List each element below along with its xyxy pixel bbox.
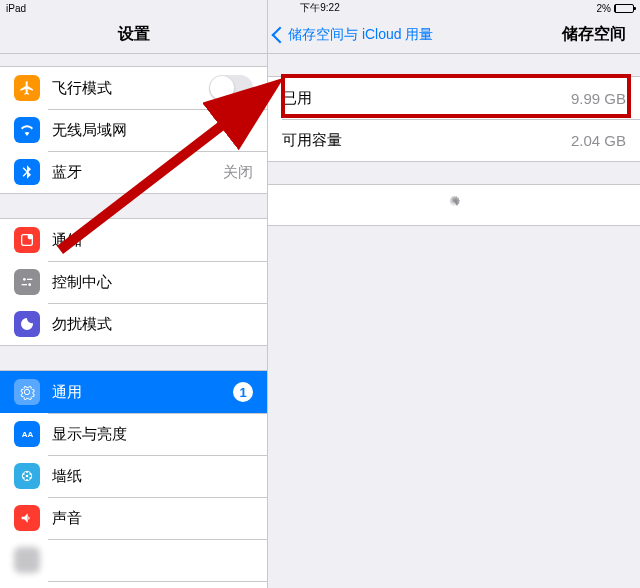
sidebar-item-notif[interactable]: 通知 [0,219,267,261]
sidebar-item-bluetooth[interactable]: 蓝牙关闭 [0,151,267,193]
airplane-toggle[interactable] [209,75,253,101]
sidebar-item-control[interactable]: 控制中心 [0,261,267,303]
detail-title-bar: 储存空间与 iCloud 用量 储存空间 [268,16,640,54]
storage-value: 2.04 GB [571,132,626,149]
bluetooth-icon [14,159,40,185]
svg-point-8 [26,475,29,478]
sidebar-item-label: 通用 [52,383,233,402]
chevron-left-icon [272,26,289,43]
sidebar-title: 设置 [118,24,150,45]
svg-point-10 [29,473,31,475]
sidebar-item-dnd[interactable]: 勿扰模式 [0,303,267,345]
sidebar-item-gear[interactable]: 通用1 [0,371,267,413]
svg-rect-3 [27,279,32,280]
wallpaper-icon [14,463,40,489]
sidebar-item-airplane[interactable]: 飞行模式 [0,67,267,109]
sidebar-item-display[interactable]: AA显示与亮度 [0,413,267,455]
sidebar-item-wallpaper[interactable]: 墙纸 [0,455,267,497]
display-icon: AA [14,421,40,447]
sidebar-item-passcode[interactable]: 密码 [0,581,267,588]
svg-point-13 [23,477,25,479]
storage-value: 9.99 GB [571,90,626,107]
loading-row [268,184,640,226]
sidebar-item-label: 显示与亮度 [52,425,253,444]
sidebar-item-label: 声音 [52,509,253,528]
battery-percent: 2% [597,3,611,14]
status-bar-left: iPad [0,0,267,16]
sidebar-item-value: 关闭 [223,163,253,182]
storage-label: 可用容量 [282,131,342,150]
svg-point-1 [28,234,33,239]
svg-point-12 [26,479,28,481]
storage-row: 可用容量2.04 GB [268,119,640,161]
sidebar-item-wifi[interactable]: 无线局域网 [0,109,267,151]
sidebar-scroll[interactable]: 飞行模式无线局域网蓝牙关闭 通知控制中心勿扰模式 通用1AA显示与亮度墙纸声音密… [0,54,267,588]
detail-scroll[interactable]: 已用9.99 GB可用容量2.04 GB [268,54,640,588]
airplane-icon [14,75,40,101]
svg-point-2 [23,278,26,281]
status-bar-right: 下午9:22 2% [268,0,640,16]
notif-icon [14,227,40,253]
badge: 1 [233,382,253,402]
status-time: 下午9:22 [300,1,339,15]
storage-label: 已用 [282,89,312,108]
sidebar-item-sound[interactable]: 声音 [0,497,267,539]
sidebar-item-label: 控制中心 [52,273,253,292]
svg-point-11 [29,477,31,479]
sidebar-item-label: 通知 [52,231,253,250]
sidebar-title-bar: 设置 [0,16,267,54]
gear-icon [14,379,40,405]
sidebar: iPad 设置 飞行模式无线局域网蓝牙关闭 通知控制中心勿扰模式 通用1AA显示… [0,0,268,588]
battery-icon [614,4,634,13]
control-icon [14,269,40,295]
device-label: iPad [6,3,26,14]
dnd-icon [14,311,40,337]
blank-icon [14,547,40,573]
svg-point-14 [23,473,25,475]
back-label: 储存空间与 iCloud 用量 [288,26,433,44]
detail-pane: 下午9:22 2% 储存空间与 iCloud 用量 储存空间 已用9.99 GB… [268,0,640,588]
sidebar-item-blank[interactable] [0,539,267,581]
storage-row: 已用9.99 GB [268,77,640,119]
sidebar-item-label: 蓝牙 [52,163,223,182]
back-button[interactable]: 储存空间与 iCloud 用量 [274,26,433,44]
svg-rect-5 [22,284,27,285]
sidebar-item-label: 勿扰模式 [52,315,253,334]
svg-text:AA: AA [22,430,34,439]
sidebar-item-label: 无线局域网 [52,121,253,140]
svg-point-4 [28,283,31,286]
sidebar-item-label: 墙纸 [52,467,253,486]
detail-title: 储存空间 [562,24,626,45]
wifi-icon [14,117,40,143]
spinner-icon [445,196,463,214]
svg-point-9 [26,471,28,473]
sidebar-item-label: 飞行模式 [52,79,209,98]
sound-icon [14,505,40,531]
